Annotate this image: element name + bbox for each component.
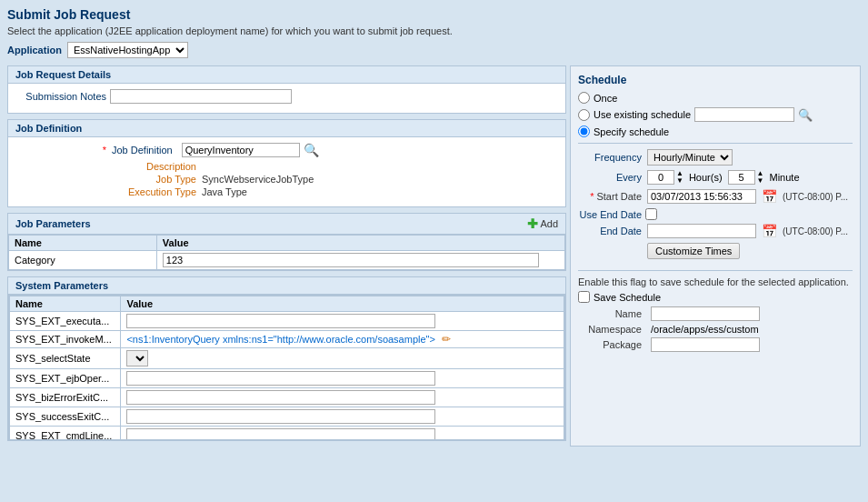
calendar-icon[interactable]: 📅	[762, 189, 777, 204]
existing-schedule-input[interactable]	[694, 107, 794, 122]
use-end-date-checkbox[interactable]	[645, 208, 657, 220]
page-title: Submit Job Request	[7, 7, 861, 22]
minutes-input[interactable]	[728, 170, 755, 185]
hours-input[interactable]	[647, 170, 674, 185]
specify-label: Specify schedule	[594, 126, 669, 137]
job-def-label: Job Definition	[112, 145, 173, 156]
existing-schedule-search-icon[interactable]: 🔍	[798, 108, 813, 122]
use-existing-radio-row: Use existing schedule 🔍	[578, 107, 853, 122]
schedule-divider	[578, 143, 853, 144]
end-date-row: End Date 📅 (UTC-08:00) P...	[578, 224, 853, 238]
sys-value-input[interactable]	[126, 314, 435, 328]
save-schedule-row: Save Schedule	[578, 291, 853, 303]
sys-value-cell	[121, 312, 564, 331]
enable-flag-text: Enable this flag to save schedule for th…	[578, 276, 853, 287]
sys-value-input[interactable]	[126, 371, 435, 386]
application-select[interactable]: EssNativeHostingApp	[67, 42, 188, 58]
sys-value-cell	[121, 407, 564, 427]
schedule-name-label: Name	[578, 308, 642, 319]
system-parameters-body: Name Value SYS_EXT_executa...	[8, 295, 565, 440]
table-row: SYS_EXT_ejbOper...	[10, 369, 564, 388]
execution-type-value: Java Type	[202, 186, 247, 197]
page-description: Select the application (J2EE application…	[7, 25, 861, 36]
job-info-rows: Description Job Type SyncWebserviceJobTy…	[115, 161, 558, 197]
sys-value-cell: <ns1:InventoryQuery xmlns:ns1="http://ww…	[121, 331, 564, 348]
frequency-label: Frequency	[578, 152, 642, 163]
job-type-label: Job Type	[115, 174, 202, 185]
hours-spinner: ▲ ▼	[647, 170, 683, 185]
job-type-row: Job Type SyncWebserviceJobType	[115, 174, 558, 185]
submission-notes-input[interactable]	[110, 89, 292, 104]
frequency-select[interactable]: Hourly/Minute Once Daily Weekly Monthly …	[647, 149, 733, 166]
hours-spinner-arrows[interactable]: ▲ ▼	[676, 170, 683, 185]
sys-value-cell	[121, 427, 564, 441]
sys-dropdown[interactable]	[126, 350, 148, 366]
namespace-label: Namespace	[578, 324, 642, 335]
schedule-name-input[interactable]	[651, 306, 760, 321]
every-label: Every	[578, 172, 642, 183]
sys-value-cell	[121, 348, 564, 369]
table-row: SYS_EXT_invokeM... <ns1:InventoryQuery x…	[10, 331, 564, 348]
minutes-spinner-arrows[interactable]: ▲ ▼	[757, 170, 764, 185]
sys-value-cell	[121, 369, 564, 388]
page-container: Submit Job Request Select the applicatio…	[0, 0, 868, 502]
sys-value-link[interactable]: <ns1:InventoryQuery xmlns:ns1="http://ww…	[126, 334, 435, 345]
sys-value-input[interactable]	[126, 390, 435, 405]
sys-value-cell	[121, 388, 564, 407]
sys-value-input[interactable]	[126, 428, 435, 440]
save-schedule-divider	[578, 270, 853, 271]
job-def-input[interactable]	[182, 143, 300, 157]
job-request-details-header: Job Request Details	[8, 66, 565, 84]
job-parameters-table: Name Value Category	[8, 235, 565, 270]
use-end-date-row: Use End Date	[578, 208, 853, 220]
table-row: Category	[9, 251, 565, 270]
sys-name-cell: SYS_EXT_invokeM...	[10, 331, 121, 348]
end-utc-label: (UTC-08:00) P...	[783, 226, 848, 236]
submission-notes-label: Submission Notes	[15, 91, 106, 102]
use-existing-label: Use existing schedule	[594, 109, 691, 120]
sys-name-cell: SYS_EXT_ejbOper...	[10, 369, 121, 388]
package-row: Package	[578, 337, 853, 352]
table-row: SYS_EXT_executa...	[10, 312, 564, 331]
system-parameters-scroll[interactable]: Name Value SYS_EXT_executa...	[8, 295, 565, 440]
hours-label: Hour(s)	[689, 172, 723, 183]
start-date-input[interactable]	[647, 189, 756, 204]
job-parameters-header: Job Parameters ✚ Add	[8, 214, 565, 235]
start-utc-label: (UTC-08:00) P...	[783, 192, 848, 202]
execution-type-label: Execution Type	[115, 186, 202, 197]
param-value-input[interactable]	[163, 253, 539, 267]
sys-name-cell: SYS_successExitC...	[10, 407, 121, 427]
namespace-value: /oracle/apps/ess/custom	[651, 324, 759, 335]
sys-value-header: Value	[121, 296, 564, 312]
schedule-name-row: Name	[578, 306, 853, 321]
table-row: SYS_bizErrorExitC...	[10, 388, 564, 407]
application-row: Application EssNativeHostingApp	[7, 42, 861, 58]
use-end-date-label: Use End Date	[578, 209, 642, 220]
end-date-label: End Date	[578, 226, 642, 236]
add-parameter-button[interactable]: ✚ Add	[527, 216, 558, 231]
search-icon[interactable]: 🔍	[304, 143, 319, 157]
table-row: SYS_successExitC...	[10, 407, 564, 427]
customize-times-button[interactable]: Customize Times	[647, 243, 740, 259]
specify-radio[interactable]	[578, 126, 590, 137]
job-request-details-section: Job Request Details Submission Notes	[7, 65, 566, 114]
job-parameters-section: Job Parameters ✚ Add Name Value	[7, 213, 566, 271]
once-radio-row: Once	[578, 92, 853, 104]
use-existing-radio[interactable]	[578, 109, 590, 121]
specify-radio-row: Specify schedule	[578, 126, 853, 137]
package-label: Package	[578, 339, 642, 350]
job-definition-header: Job Definition	[8, 120, 565, 137]
sys-value-input[interactable]	[126, 409, 435, 424]
save-schedule-checkbox[interactable]	[578, 291, 590, 303]
end-calendar-icon[interactable]: 📅	[762, 224, 777, 238]
package-input[interactable]	[651, 337, 760, 352]
once-radio[interactable]	[578, 92, 590, 104]
submission-notes-row: Submission Notes	[15, 89, 558, 104]
param-value-cell	[156, 251, 564, 270]
end-date-input[interactable]	[647, 224, 756, 238]
main-layout: Job Request Details Submission Notes Job…	[7, 65, 861, 447]
save-schedule-label: Save Schedule	[594, 292, 661, 303]
application-label: Application	[7, 45, 62, 55]
system-parameters-table: Name Value SYS_EXT_executa...	[9, 296, 564, 440]
edit-icon[interactable]: ✏	[442, 333, 451, 346]
